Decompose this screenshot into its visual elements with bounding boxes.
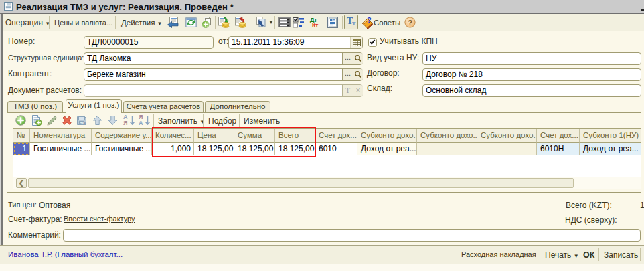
svg-text:?: ? [367,16,372,24]
svg-text:ЕОК: ЕОК [80,122,86,125]
svg-text:?: ? [408,19,412,27]
